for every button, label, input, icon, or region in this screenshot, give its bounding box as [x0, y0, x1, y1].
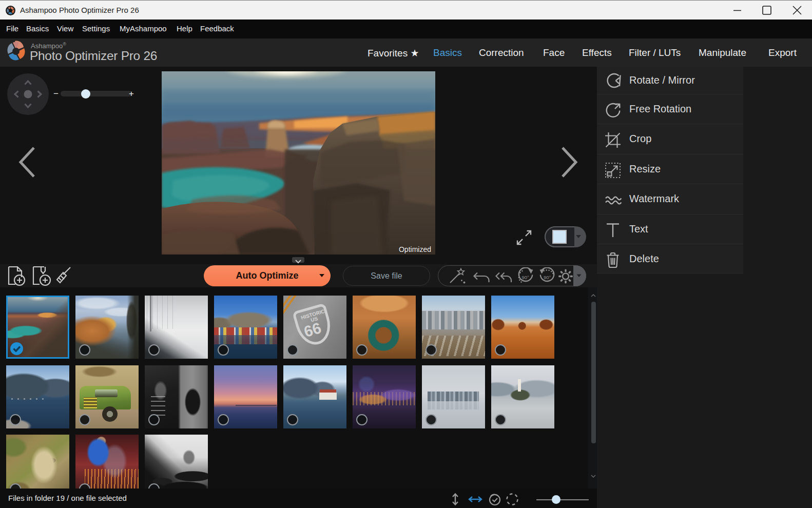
svg-text:90°: 90°: [544, 275, 551, 280]
svg-text:90°: 90°: [522, 275, 530, 280]
